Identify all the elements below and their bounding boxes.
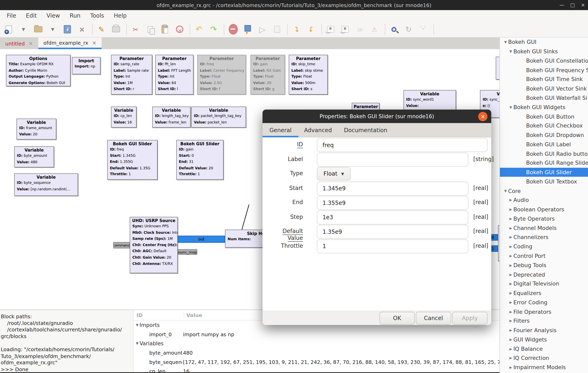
tree-expanded-icon[interactable]: ▼ [503, 40, 508, 44]
fast-forward-icon[interactable]: ▷▷ [355, 24, 365, 34]
block-library-sidebar[interactable]: ▼Bokeh GUI▼Bokeh GUI SinksBokeh GUI Cons… [500, 38, 588, 373]
sidebar-item-bokeh-gui-checkbox[interactable]: Bokeh GUI Checkbox [500, 121, 588, 131]
undo-icon[interactable]: ↶ [194, 24, 204, 34]
table-group-variables[interactable]: ▼Variables [134, 339, 500, 348]
sidebar-item-channelizers[interactable]: ▶Channelizers [500, 233, 588, 242]
sidebar-item-bokeh-gui-radio-butto[interactable]: Bokeh GUI Radio butto [500, 149, 588, 158]
titlebar[interactable]: ofdm_example_rx.grc - /cortexlab/homes/c… [0, 0, 588, 10]
tab-close-icon[interactable]: × [29, 40, 33, 46]
rotate-ccw-icon[interactable]: ↩ [291, 24, 302, 34]
sidebar-item-core[interactable]: ▼Core [500, 186, 588, 196]
cancel-button[interactable]: Cancel [416, 312, 451, 324]
enable-block-icon[interactable] [243, 24, 253, 34]
block-var-sync-word1[interactable]: VariableID: sync_word1Value: [403, 90, 456, 111]
search-blocks-icon[interactable] [389, 24, 399, 34]
block-param-samp-rate[interactable]: ParameterID: samp_rateLabel: Sample rate… [111, 55, 152, 95]
tree-collapsed-icon[interactable]: ▶ [508, 254, 513, 258]
sidebar-item-equalizers[interactable]: ▶Equalizers [500, 288, 588, 298]
sidebar-item-control-port[interactable]: ▶Control Port [500, 251, 588, 261]
sidebar-item-bokeh-gui-dropdown[interactable]: Bokeh GUI Dropdown [500, 131, 588, 140]
sidebar-item-bokeh-gui-vector-sink[interactable]: Bokeh GUI Vector Sink [500, 84, 588, 93]
tree-expanded-icon[interactable]: ▼ [508, 50, 513, 53]
disable-block-icon[interactable] [228, 24, 238, 34]
menu-edit[interactable]: Edit [26, 12, 42, 19]
screenshot-icon[interactable] [111, 24, 121, 34]
tree-expanded-icon[interactable]: ▼ [508, 105, 513, 109]
menu-run[interactable]: Run [70, 12, 85, 19]
block-var-packet-length-tag-key[interactable]: VariableID: packet_length_tag_keyValue: … [191, 107, 246, 128]
block-var-byte-sequence[interactable]: VariableID: byte_sequenceValue: [np.rand… [14, 173, 78, 196]
tab-close-icon[interactable]: × [92, 40, 96, 46]
toggle-source-bus-icon[interactable] [326, 24, 336, 34]
toggle-sink-bus-icon[interactable] [340, 24, 350, 34]
port-out[interactable]: out [178, 236, 225, 243]
table-row[interactable]: cp_len16 [134, 367, 500, 372]
sidebar-item-bokeh-gui-label[interactable]: Bokeh GUI Label [500, 140, 588, 149]
block-uhd-usrp-source[interactable]: UHD: USRP SourceSync: Unknown PPSMb0: Cl… [130, 217, 178, 273]
sidebar-item-coding[interactable]: ▶Coding [500, 242, 588, 251]
sidebar-item-error-coding[interactable]: ▶Error Coding [500, 298, 588, 307]
table-row[interactable]: import_0import numpy as np [134, 330, 500, 339]
block-param-gain[interactable]: ParameterID: gainLabel: RX GainType: Flo… [251, 55, 285, 95]
tree-collapsed-icon[interactable]: ▶ [508, 245, 513, 249]
new-flowgraph-icon[interactable]: + [4, 24, 14, 34]
sidebar-item-filters[interactable]: ▶Filters [500, 317, 588, 326]
tree-collapsed-icon[interactable]: ▶ [508, 319, 513, 323]
sidebar-item-byte-operators[interactable]: ▶Byte Operators [500, 214, 588, 223]
block-param-fft-len[interactable]: ParameterID: fft_lenLabel: FFT LengthTyp… [155, 55, 193, 95]
tree-collapsed-icon[interactable]: ▶ [508, 310, 513, 314]
block-param-freq[interactable]: ParameterID: freqLabel: Center frequency… [197, 55, 246, 95]
show-types-icon[interactable]: ° °ˇ [418, 24, 428, 34]
copy-icon[interactable] [145, 24, 155, 34]
rotate-cw-icon[interactable]: ↪ [306, 24, 316, 34]
paste-icon[interactable] [160, 24, 170, 34]
tree-collapsed-icon[interactable]: ▶ [508, 365, 513, 369]
sidebar-item-digital-television[interactable]: ▶Digital Television [500, 279, 588, 288]
menu-file[interactable]: File [7, 12, 21, 19]
close-window-button[interactable]: × [581, 2, 585, 8]
default-value-input[interactable]: 1.35e9 [317, 225, 468, 239]
cut-icon[interactable]: ✂ [130, 24, 141, 34]
tree-collapsed-icon[interactable]: ▶ [508, 263, 513, 267]
edit-properties-icon[interactable]: ✎ [96, 24, 106, 34]
tree-expanded-icon[interactable]: ▼ [503, 189, 508, 193]
menu-view[interactable]: View [47, 12, 65, 19]
sidebar-item-gui-widgets[interactable]: ▶GUI Widgets [500, 335, 588, 344]
tab-ofdm_example_rx[interactable]: ofdm_example_rx× [38, 38, 102, 49]
sidebar-item-impairment-models[interactable]: ▶Impairment Models [500, 363, 588, 372]
open-flowgraph-icon[interactable] [33, 24, 43, 34]
save-icon[interactable]: ↓ [62, 24, 72, 34]
sidebar-item-bokeh-gui-constellatio[interactable]: Bokeh GUI Constellatio [500, 56, 588, 66]
block-var-cp-len[interactable]: VariableID: cp_lenValue: 16 [111, 107, 136, 128]
sidebar-item-file-operators[interactable]: ▶File Operators [500, 307, 588, 317]
dialog-tab-advanced[interactable]: Advanced [298, 123, 337, 137]
block-import[interactable]: ImportImport: np [72, 57, 101, 74]
apply-button[interactable]: Apply [452, 312, 488, 324]
sidebar-item-bokeh-gui-button[interactable]: Bokeh GUI Button [500, 112, 588, 121]
tree-collapsed-icon[interactable]: ▶ [508, 273, 513, 276]
port-async_msgs[interactable]: async_msgs [178, 249, 197, 255]
tree-collapsed-icon[interactable]: ▶ [508, 198, 513, 202]
sidebar-item-bokeh-gui-frequency-s[interactable]: Bokeh GUI Frequency S [500, 66, 588, 75]
sidebar-item-bokeh-gui-waterfall-si[interactable]: Bokeh GUI Waterfall Si [500, 93, 588, 103]
menu-help[interactable]: Help [114, 12, 132, 19]
minimize-window-button[interactable]: — [559, 2, 564, 8]
block-block-sliver[interactable] [496, 56, 500, 79]
stop-flowgraph-icon[interactable] [272, 24, 282, 34]
block-param-skip-time[interactable]: ParameterID: skip_timeLabel: skip stimeT… [289, 55, 328, 95]
sidebar-item-bokeh-gui-widgets[interactable]: ▼Bokeh GUI Widgets [500, 103, 588, 112]
tree-collapsed-icon[interactable]: ▶ [508, 291, 513, 295]
block-hidden-block-sliver[interactable] [498, 225, 499, 261]
dialog-tab-general[interactable]: General [262, 123, 298, 137]
reload-blocks-icon[interactable]: ↻ [403, 24, 414, 34]
sidebar-item-bokeh-gui-slider[interactable]: Bokeh GUI Slider [500, 168, 588, 177]
tree-collapsed-icon[interactable]: ▶ [508, 226, 513, 230]
block-var-byte-amount[interactable]: VariableID: byte_amountValue: 480 [14, 146, 54, 167]
port-command[interactable]: command [113, 242, 130, 249]
dialog-titlebar[interactable]: Properties: Bokeh GUI Slider (sur mnode1… [262, 110, 491, 123]
table-row[interactable]: byte_amount480 [134, 348, 500, 357]
new-dropdown-icon[interactable]: ▼ [18, 24, 29, 34]
tree-collapsed-icon[interactable]: ▶ [508, 282, 513, 286]
sidebar-item-audio[interactable]: ▶Audio [500, 196, 588, 205]
block-var-frame-amount[interactable]: VariableID: frame_amountValue: 20 [17, 119, 56, 140]
